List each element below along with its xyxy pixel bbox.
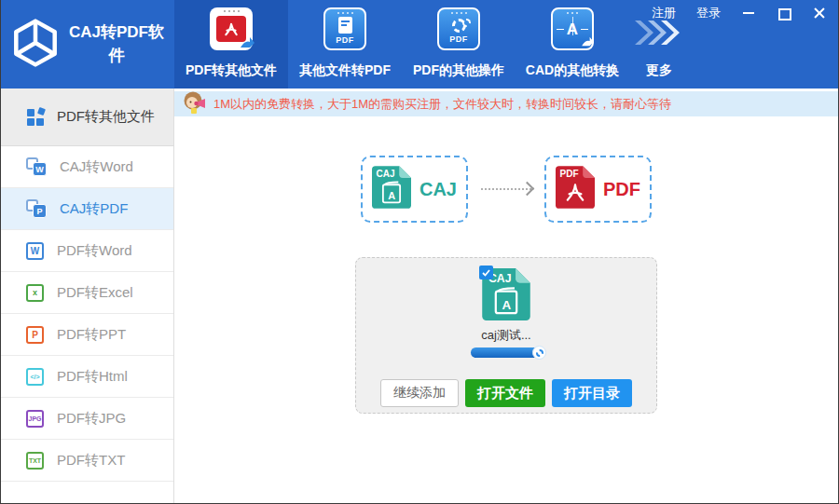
export-arrow-icon (240, 35, 255, 52)
sidebar-item-pdf-to-excel[interactable]: x PDF转Excel (1, 272, 173, 314)
target-format-label: PDF (603, 179, 640, 200)
sidebar-item-pdf-to-ppt[interactable]: P PDF转PPT (1, 314, 173, 356)
tab-pdf-to-other[interactable]: PDF转其他文件 (174, 0, 288, 89)
tab-pdf-operations[interactable]: PDF PDF的其他操作 (402, 0, 516, 89)
svg-text:A: A (502, 298, 512, 312)
svg-text:A: A (388, 190, 395, 201)
sidebar: PDF转其他文件 W CAJ转Word P CAJ转PDF W PDF转Word… (1, 89, 174, 503)
maximize-button[interactable] (777, 7, 791, 20)
conversion-arrow-icon (481, 188, 531, 190)
pdf-to-excel-icon: x (26, 284, 44, 302)
app-logo-icon (10, 18, 61, 72)
more-arrows-icon (635, 19, 683, 50)
pdf-to-other-icon (210, 7, 253, 50)
action-buttons: 继续添加 打开文件 打开目录 (380, 379, 632, 407)
tab-label: PDF转其他文件 (186, 62, 277, 79)
svg-text:CAJ: CAJ (377, 169, 395, 179)
app-window: CAJ转PDF软件 PD (0, 0, 839, 504)
progress-bar (471, 347, 542, 358)
close-button[interactable] (812, 7, 827, 20)
tab-label: PDF的其他操作 (413, 62, 504, 79)
other-to-pdf-icon: PDF (323, 7, 366, 50)
register-link[interactable]: 注册 (652, 5, 676, 21)
open-file-button[interactable]: 打开文件 (465, 379, 545, 407)
sidebar-item-caj-to-pdf[interactable]: P CAJ转PDF (1, 188, 173, 230)
pdf-to-html-icon: </> (26, 368, 44, 386)
minimize-button[interactable] (741, 7, 756, 20)
titlebar-controls: 注册 登录 (652, 5, 827, 21)
source-format-label: CAJ (420, 179, 457, 200)
category-grid-icon (26, 108, 45, 127)
tab-label: 其他文件转PDF (299, 62, 391, 79)
notice-text: 1M以内的免费转换，大于1M的需购买注册，文件较大时，转换时间较长，请耐心等待 (213, 96, 671, 113)
mascot-icon (182, 90, 207, 118)
source-format-box: CAJ A CAJ (361, 156, 468, 223)
sidebar-item-pdf-to-txt[interactable]: TXT PDF转TXT (1, 440, 173, 482)
brand: CAJ转PDF软件 (1, 0, 174, 89)
target-format-box: PDF PDF (544, 156, 652, 223)
pdf-to-jpg-icon: JPG (26, 410, 44, 428)
cad-arrow-icon (581, 34, 595, 50)
svg-text:PDF: PDF (560, 169, 579, 179)
pdf-to-txt-icon: TXT (26, 452, 44, 470)
sidebar-item-pdf-to-html[interactable]: </> PDF转Html (1, 356, 173, 398)
file-item[interactable]: CAJ A (482, 268, 530, 324)
progress-gear-icon (532, 346, 546, 360)
pdf-operations-gear-icon: PDF (437, 7, 480, 50)
top-tabs: PDF转其他文件 PDF 其他文件转PDF PDF PDF (174, 0, 689, 89)
tab-label: 更多 (646, 62, 672, 79)
add-more-button[interactable]: 继续添加 (380, 379, 459, 407)
caj-to-pdf-icon: P (26, 199, 47, 218)
file-dropzone[interactable]: CAJ A caj测试... 继续添加 打开文件 打开目录 (355, 257, 657, 414)
tab-other-to-pdf[interactable]: PDF 其他文件转PDF (288, 0, 402, 89)
sidebar-item-pdf-to-jpg[interactable]: JPG PDF转JPG (1, 398, 173, 440)
sidebar-header: PDF转其他文件 (1, 89, 173, 146)
header: CAJ转PDF软件 PD (1, 0, 838, 89)
file-name: caj测试... (481, 327, 530, 344)
pdf-file-icon: PDF (556, 166, 595, 212)
tab-label: CAD的其他转换 (526, 62, 619, 79)
main-content: 1M以内的免费转换，大于1M的需购买注册，文件较大时，转换时间较长，请耐心等待 … (174, 89, 838, 503)
sidebar-item-caj-to-word[interactable]: W CAJ转Word (1, 146, 173, 188)
tab-cad-convert[interactable]: A CAD的其他转换 (516, 0, 629, 89)
caj-file-icon: CAJ A (372, 166, 411, 212)
sidebar-header-label: PDF转其他文件 (57, 108, 155, 126)
caj-to-word-icon: W (26, 157, 47, 176)
pdf-to-word-icon: W (26, 242, 44, 260)
selected-check-icon (479, 266, 493, 279)
app-title: CAJ转PDF软件 (68, 21, 165, 67)
pdf-to-ppt-icon: P (26, 326, 44, 344)
conversion-illustration: CAJ A CAJ PDF (174, 156, 838, 223)
login-link[interactable]: 登录 (696, 5, 721, 21)
open-folder-button[interactable]: 打开目录 (552, 379, 632, 407)
sidebar-item-pdf-to-word[interactable]: W PDF转Word (1, 230, 173, 272)
notice-banner: 1M以内的免费转换，大于1M的需购买注册，文件较大时，转换时间较长，请耐心等待 (174, 91, 838, 116)
cad-convert-icon: A (551, 7, 594, 50)
